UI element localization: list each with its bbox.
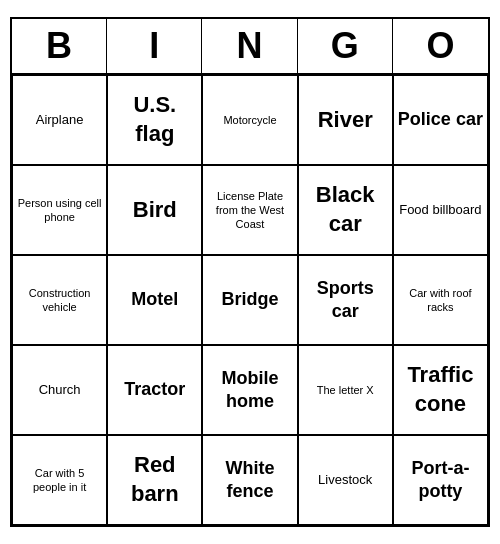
header-letter: O: [393, 19, 488, 73]
bingo-cell[interactable]: Police car: [393, 75, 488, 165]
cell-text: The letter X: [317, 383, 374, 397]
cell-text: Red barn: [112, 451, 197, 508]
bingo-cell[interactable]: Person using cell phone: [12, 165, 107, 255]
cell-text: Black car: [303, 181, 388, 238]
cell-text: Motel: [131, 288, 178, 311]
cell-text: Motorcycle: [223, 113, 276, 127]
cell-text: Car with 5 people in it: [17, 466, 102, 495]
cell-text: Traffic cone: [398, 361, 483, 418]
bingo-cell[interactable]: Construction vehicle: [12, 255, 107, 345]
bingo-cell[interactable]: Food billboard: [393, 165, 488, 255]
bingo-cell[interactable]: Red barn: [107, 435, 202, 525]
bingo-cell[interactable]: Motorcycle: [202, 75, 297, 165]
cell-text: Livestock: [318, 472, 372, 489]
bingo-cell[interactable]: Bird: [107, 165, 202, 255]
bingo-cell[interactable]: Sports car: [298, 255, 393, 345]
cell-text: Mobile home: [207, 367, 292, 414]
cell-text: Bridge: [221, 288, 278, 311]
bingo-cell[interactable]: Airplane: [12, 75, 107, 165]
bingo-cell[interactable]: U.S. flag: [107, 75, 202, 165]
header-letter: B: [12, 19, 107, 73]
cell-text: License Plate from the West Coast: [207, 189, 292, 232]
bingo-cell[interactable]: Car with roof racks: [393, 255, 488, 345]
cell-text: Car with roof racks: [398, 286, 483, 315]
bingo-cell[interactable]: Traffic cone: [393, 345, 488, 435]
bingo-card: BINGO AirplaneU.S. flagMotorcycleRiverPo…: [10, 17, 490, 527]
header-letter: N: [202, 19, 297, 73]
cell-text: Church: [39, 382, 81, 399]
bingo-cell[interactable]: Motel: [107, 255, 202, 345]
cell-text: Sports car: [303, 277, 388, 324]
bingo-cell[interactable]: Mobile home: [202, 345, 297, 435]
cell-text: White fence: [207, 457, 292, 504]
cell-text: Bird: [133, 196, 177, 225]
cell-text: Tractor: [124, 378, 185, 401]
bingo-cell[interactable]: Port-a-potty: [393, 435, 488, 525]
bingo-cell[interactable]: River: [298, 75, 393, 165]
cell-text: Police car: [398, 108, 483, 131]
bingo-cell[interactable]: Church: [12, 345, 107, 435]
header-letter: G: [298, 19, 393, 73]
bingo-cell[interactable]: White fence: [202, 435, 297, 525]
bingo-cell[interactable]: Black car: [298, 165, 393, 255]
cell-text: Port-a-potty: [398, 457, 483, 504]
cell-text: Construction vehicle: [17, 286, 102, 315]
header-letter: I: [107, 19, 202, 73]
cell-text: River: [318, 106, 373, 135]
bingo-cell[interactable]: The letter X: [298, 345, 393, 435]
cell-text: Person using cell phone: [17, 196, 102, 225]
cell-text: Airplane: [36, 112, 84, 129]
bingo-cell[interactable]: License Plate from the West Coast: [202, 165, 297, 255]
bingo-header: BINGO: [12, 19, 488, 75]
cell-text: Food billboard: [399, 202, 481, 219]
bingo-cell[interactable]: Bridge: [202, 255, 297, 345]
bingo-cell[interactable]: Tractor: [107, 345, 202, 435]
bingo-grid: AirplaneU.S. flagMotorcycleRiverPolice c…: [12, 75, 488, 525]
bingo-cell[interactable]: Car with 5 people in it: [12, 435, 107, 525]
bingo-cell[interactable]: Livestock: [298, 435, 393, 525]
cell-text: U.S. flag: [112, 91, 197, 148]
